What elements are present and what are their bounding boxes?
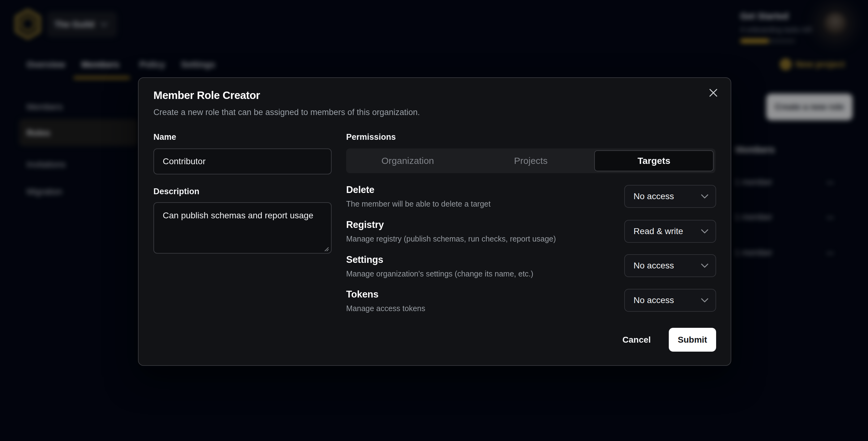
perm-row-description: Manage registry (publish schemas, run ch… bbox=[346, 234, 556, 243]
chevron-down-icon bbox=[701, 298, 709, 303]
perm-row-title: Delete bbox=[346, 184, 374, 195]
member-role-creator-dialog: Member Role Creator Create a new role th… bbox=[138, 77, 731, 366]
perm-select-registry[interactable]: Read & write bbox=[624, 220, 716, 243]
description-label: Description bbox=[153, 187, 199, 196]
perm-row-title: Settings bbox=[346, 254, 383, 265]
perm-select-value: No access bbox=[633, 191, 701, 201]
perm-select-value: Read & write bbox=[633, 226, 701, 236]
perm-select-value: No access bbox=[633, 261, 701, 271]
cancel-button[interactable]: Cancel bbox=[615, 328, 658, 352]
permissions-tab-group: Organization Projects Targets bbox=[346, 149, 715, 173]
resize-handle-icon[interactable] bbox=[323, 246, 329, 252]
perm-select-settings[interactable]: No access bbox=[624, 254, 716, 277]
dialog-subtitle: Create a new role that can be assigned t… bbox=[153, 107, 420, 117]
perm-select-tokens[interactable]: No access bbox=[624, 289, 716, 312]
perm-row-title: Tokens bbox=[346, 289, 378, 300]
perm-select-value: No access bbox=[633, 295, 701, 305]
close-icon bbox=[709, 88, 718, 97]
perm-row-description: The member will be able to delete a targ… bbox=[346, 199, 491, 209]
perm-tab-organization[interactable]: Organization bbox=[346, 149, 469, 173]
permissions-label: Permissions bbox=[346, 132, 396, 142]
perm-tab-projects[interactable]: Projects bbox=[469, 149, 592, 173]
chevron-down-icon bbox=[701, 229, 709, 234]
perm-row-description: Manage access tokens bbox=[346, 304, 425, 313]
description-textarea[interactable]: Can publish schemas and report usage bbox=[153, 202, 332, 254]
dialog-title: Member Role Creator bbox=[153, 89, 260, 101]
perm-select-delete[interactable]: No access bbox=[624, 185, 716, 208]
chevron-down-icon bbox=[701, 263, 709, 268]
chevron-down-icon bbox=[701, 194, 709, 199]
name-label: Name bbox=[153, 132, 176, 142]
name-input[interactable] bbox=[153, 149, 332, 175]
close-button[interactable] bbox=[705, 84, 722, 101]
perm-row-description: Manage organization's settings (change i… bbox=[346, 270, 533, 278]
perm-tab-targets[interactable]: Targets bbox=[594, 150, 714, 171]
submit-button[interactable]: Submit bbox=[669, 328, 716, 352]
perm-row-title: Registry bbox=[346, 219, 384, 230]
app-root: The Guild Get Started 4 onboarding tasks… bbox=[0, 0, 868, 441]
